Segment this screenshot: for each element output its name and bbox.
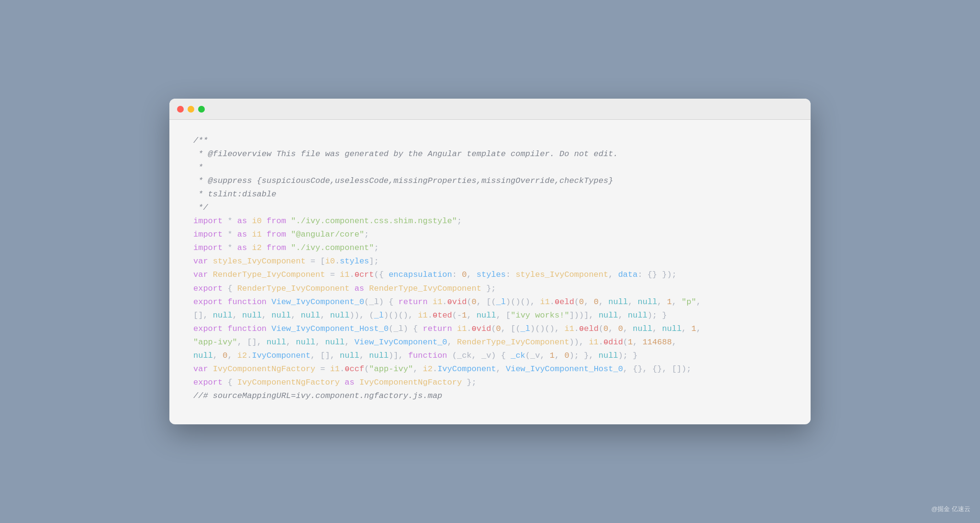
titlebar bbox=[169, 99, 811, 120]
traffic-lights bbox=[177, 106, 205, 113]
close-button[interactable] bbox=[177, 106, 184, 113]
maximize-button[interactable] bbox=[198, 106, 205, 113]
minimize-button[interactable] bbox=[188, 106, 194, 113]
window: /** * @fileoverview This file was genera… bbox=[169, 99, 811, 424]
watermark: @掘金 亿速云 bbox=[931, 505, 970, 513]
code-editor: /** * @fileoverview This file was genera… bbox=[169, 120, 811, 422]
